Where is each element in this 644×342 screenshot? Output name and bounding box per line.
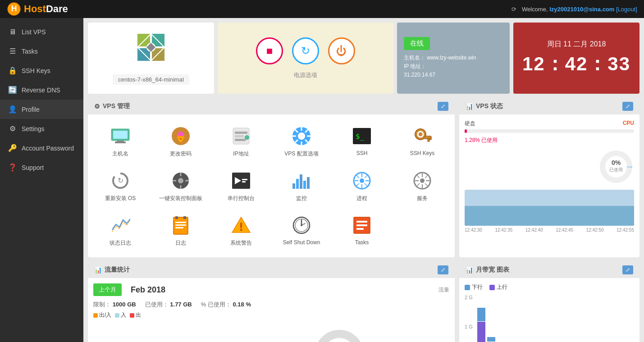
svg-line-74 [425, 183, 428, 186]
vps-item-panel[interactable]: 一键安装控制面板 [153, 166, 209, 206]
traffic-top-row: 上个月 Feb 2018 流量 [93, 283, 449, 296]
sidebar-label-profile: Profile [22, 106, 40, 113]
status-card: 在线 主机名： www.lzy-website.win IP 地址： 31.22… [397, 23, 510, 94]
refresh-icon[interactable]: ⟳ [512, 6, 516, 13]
limit-label: 限制： [93, 301, 111, 308]
key-icon: 🔑 [8, 144, 17, 152]
disk-bar-fill [465, 129, 467, 133]
traffic-expand[interactable]: ⤢ [438, 265, 448, 274]
vps-item-ip[interactable]: IP地址 [213, 121, 269, 161]
sidebar-item-reverse-dns[interactable]: 🔄 Reverse DNS [0, 80, 83, 100]
prev-month-button[interactable]: 上个月 [93, 283, 122, 296]
vps-item-ssh[interactable]: $_ SSH [334, 121, 390, 161]
sidebar-label-reverse-dns: Reverse DNS [22, 87, 60, 94]
bw-chart-area: 2 G 1 G [465, 295, 634, 342]
traffic-chart-area: 2 G 0% 已使用 [93, 323, 449, 342]
vps-item-status-log[interactable]: 状态日志 [92, 210, 148, 251]
ip-value: 31.220.14.67 [404, 72, 435, 78]
bw-down-dot [465, 285, 470, 290]
svg-rect-84 [240, 223, 242, 228]
sidebar-item-profile[interactable]: 👤 Profile [0, 100, 83, 119]
sidebar-item-tasks[interactable]: ☰ Tasks [0, 41, 83, 61]
bandwidth-header-left: 📊 月带宽 图表 [466, 266, 509, 274]
bw-legend-up: 上行 [489, 283, 507, 291]
svg-rect-39 [429, 138, 431, 140]
limit-value: 1000 GB [113, 301, 136, 308]
traffic-chart-icon: 📊 [94, 266, 102, 274]
svg-rect-11 [117, 141, 124, 141]
power-buttons: ■ ↻ ⏻ [256, 37, 355, 64]
svg-line-76 [417, 183, 420, 186]
vps-status-header-left: 📊 VPS 状态 [466, 102, 503, 110]
stop-button[interactable]: ■ [256, 37, 283, 64]
process-icon [351, 169, 373, 192]
vps-item-ssh-keys[interactable]: SSH Keys [394, 121, 450, 161]
bw-bar-2-down [487, 337, 495, 342]
vps-item-tasks-grid[interactable]: Tasks [334, 210, 390, 251]
vps-management-expand[interactable]: ⤢ [438, 102, 448, 111]
self-shut-down-label: Self Shut Down [283, 239, 320, 246]
disk-used: 1.28% 已使用 [465, 137, 634, 144]
legend-out-label: 出 [136, 311, 141, 319]
logout-link[interactable]: [Logout] [616, 6, 637, 13]
cpu-donut: 0% 已使用 [598, 149, 634, 186]
bw-legend: 下行 上行 [465, 283, 634, 291]
sidebar-item-list-vps[interactable]: 🖥 List VPS [0, 23, 83, 41]
vps-item-hostname[interactable]: 主机名 [92, 121, 148, 161]
power-card: ■ ↻ ⏻ 电源选项 [218, 23, 393, 94]
hostname-label: 主机名 [112, 150, 128, 158]
vps-status-expand[interactable]: ⤢ [622, 102, 633, 111]
tasks-grid-icon [351, 214, 373, 237]
limit-stat: 限制： 1000 GB [93, 301, 136, 309]
panel-label: 一键安装控制面板 [159, 195, 202, 202]
logo: H HostDare [7, 2, 68, 16]
vps-item-system-alert[interactable]: 系统警告 [213, 210, 269, 251]
sidebar-item-ssh-keys[interactable]: 🔒 SSH Keys [0, 61, 83, 80]
svg-point-24 [298, 132, 305, 140]
sidebar-item-support[interactable]: ❓ Support [0, 158, 83, 177]
svg-rect-22 [246, 135, 248, 140]
svg-rect-54 [300, 174, 302, 189]
svg-rect-19 [235, 135, 244, 137]
legend-inout-label: 出/入 [99, 311, 111, 319]
os-name: centos-7-x86_64-minimal [113, 74, 189, 85]
bandwidth-title: 月带宽 图表 [476, 266, 509, 274]
reinstall-icon: ↻ [109, 169, 132, 192]
sidebar-item-settings[interactable]: ⚙ Settings [0, 119, 83, 138]
bw-bar-2 [487, 337, 495, 342]
svg-rect-82 [175, 227, 183, 228]
power-button[interactable]: ⏻ [328, 37, 355, 64]
pct-value: 0.18 % [233, 301, 251, 308]
main-content: centos-7-x86_64-minimal ■ ↻ ⏻ 电源选项 [83, 18, 644, 342]
svg-point-95 [603, 153, 630, 180]
vps-item-diary[interactable]: 日志 [153, 210, 209, 251]
support-icon: ❓ [8, 163, 17, 172]
restart-button[interactable]: ↻ [292, 37, 319, 64]
datetime-time: 12：42：33 [522, 51, 630, 77]
hostname-icon [109, 125, 132, 147]
chart-bar-icon: 📊 [466, 103, 473, 110]
vps-management-title: VPS 管理 [103, 102, 130, 110]
vps-item-service[interactable]: 服务 [394, 166, 450, 206]
bandwidth-chart-icon: 📊 [466, 266, 473, 274]
svg-rect-12 [113, 131, 128, 139]
svg-rect-55 [303, 181, 306, 189]
vps-item-monitoring[interactable]: 监控 [274, 166, 329, 206]
sidebar-item-account-password[interactable]: 🔑 Account Password [0, 138, 83, 158]
vps-item-self-shut-down[interactable]: Self Shut Down [274, 210, 329, 251]
vps-item-change-pwd[interactable]: 更改密码 [153, 121, 209, 161]
topbar-right: ⟳ Welcome, lzy20021010@sina.com [Logout] [512, 6, 637, 13]
vps-item-reinstall[interactable]: ↻ 重新安装 OS [92, 166, 148, 206]
bandwidth-expand[interactable]: ⤢ [622, 265, 633, 274]
bottom-panels-row: 📊 流量统计 ⤢ 上个月 Feb 2018 流量 [88, 262, 639, 342]
time-0: 12:42:30 [465, 228, 482, 233]
service-label: 服务 [417, 195, 428, 202]
bw-y1: 2 G [465, 295, 473, 300]
vps-item-serial-console[interactable]: 串行控制台 [213, 166, 269, 206]
vps-item-process[interactable]: 进程 [334, 166, 390, 206]
vps-item-vps-config[interactable]: VPS 配置选项 [274, 121, 329, 161]
svg-point-16 [180, 138, 182, 140]
svg-rect-50 [242, 179, 247, 180]
bw-y2: 1 G [465, 324, 473, 329]
svg-point-85 [240, 229, 242, 231]
